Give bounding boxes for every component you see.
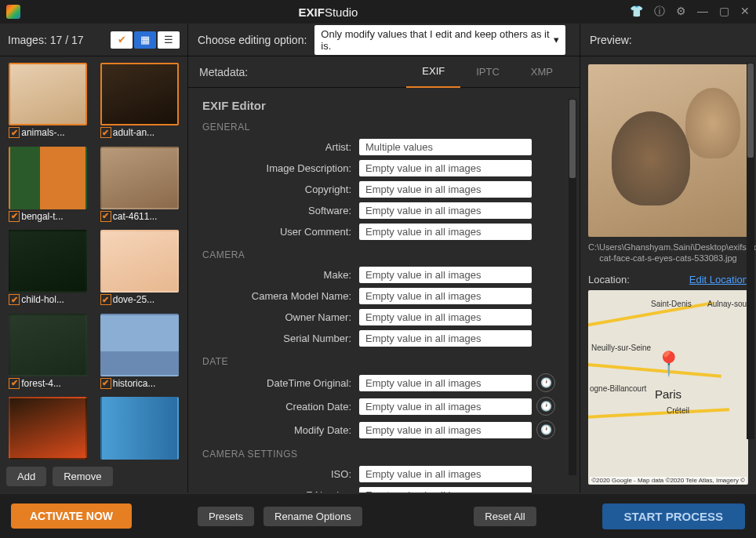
close-icon[interactable]: ✕ <box>740 5 750 19</box>
maximize-icon[interactable]: ▢ <box>719 5 729 19</box>
shirt-icon[interactable]: 👕 <box>630 5 643 19</box>
bottom-bar: ACTIVATE NOW Presets Rename Options Rese… <box>0 494 756 538</box>
field-input[interactable]: Empty value in all images <box>359 267 532 283</box>
thumbnail-scrollbar[interactable] <box>747 63 754 439</box>
location-map[interactable]: Saint-Denis Aulnay-sou Neuilly-sur-Seine… <box>588 290 748 485</box>
thumbnail-label: adult-an... <box>113 127 179 138</box>
activate-now-button[interactable]: ACTIVATE NOW <box>11 503 132 529</box>
thumbnail[interactable] <box>9 314 87 376</box>
app-logo-icon <box>6 5 20 19</box>
thumbnail-label: bengal-t... <box>21 211 87 222</box>
select-all-toggle[interactable]: ✔ <box>111 31 133 49</box>
thumbnail[interactable] <box>100 230 179 293</box>
map-attribution: ©2020 Google - Map data ©2020 Tele Atlas… <box>590 477 747 484</box>
clock-icon[interactable]: 🕐 <box>536 397 555 416</box>
thumbnail[interactable] <box>9 397 87 460</box>
field-label: F Number <box>202 489 359 493</box>
field-label: Modify Date: <box>202 424 359 436</box>
field-label: DateTime Original: <box>202 377 359 389</box>
thumbnail-label: forest-4... <box>21 378 87 389</box>
tab-xmp[interactable]: XMP <box>515 56 569 88</box>
list-view-button[interactable]: ☰ <box>158 31 180 49</box>
presets-button[interactable]: Presets <box>198 507 254 526</box>
preview-path: C:\Users\Ghanshyam.Saini\Desktop\exifstu… <box>588 242 748 264</box>
edit-option-dropdown[interactable]: Only modify values that I edit and keep … <box>314 25 565 55</box>
editor-panel: Metadata: EXIF IPTC XMP EXIF Editor GENE… <box>188 56 580 493</box>
thumbnail-checkbox[interactable]: ✔ <box>100 211 111 222</box>
app-title: EXIFStudio <box>27 5 630 19</box>
thumbnail-checkbox[interactable]: ✔ <box>9 294 20 305</box>
field-label: User Comment: <box>202 226 359 238</box>
field-label: Software: <box>202 205 359 216</box>
field-label: ISO: <box>202 468 359 480</box>
field-input[interactable]: Empty value in all images <box>359 288 532 304</box>
field-input[interactable]: Empty value in all images <box>359 330 532 347</box>
clock-icon[interactable]: 🕐 <box>536 420 555 439</box>
thumbnail[interactable] <box>9 63 87 125</box>
field-input[interactable]: Empty value in all images <box>359 181 532 198</box>
field-label: Make: <box>202 269 359 281</box>
field-input[interactable]: Empty value in all images <box>359 398 532 415</box>
thumbnail[interactable] <box>9 147 87 209</box>
start-process-button[interactable]: START PROCESS <box>602 503 745 529</box>
section-title: DATE <box>202 356 565 367</box>
thumbnail[interactable] <box>100 397 179 460</box>
field-label: Owner Namer: <box>202 311 359 323</box>
thumbnail-checkbox[interactable]: ✔ <box>9 378 20 389</box>
titlebar: EXIFStudio 👕 ⓘ ⚙ — ▢ ✕ <box>0 0 756 24</box>
field-label: Copyright: <box>202 184 359 195</box>
field-input[interactable]: Empty value in all images <box>359 309 532 325</box>
field-input[interactable]: Empty value in all images <box>359 202 532 219</box>
field-input[interactable]: Empty value in all images <box>359 422 532 438</box>
minimize-icon[interactable]: — <box>697 5 708 19</box>
tab-iptc[interactable]: IPTC <box>460 56 515 88</box>
thumbnail-label: dove-25... <box>113 294 179 305</box>
reset-all-button[interactable]: Reset All <box>474 507 536 526</box>
tab-exif[interactable]: EXIF <box>406 56 460 88</box>
gear-icon[interactable]: ⚙ <box>676 5 686 19</box>
thumbnail-checkbox[interactable]: ✔ <box>100 378 111 389</box>
preview-image <box>588 64 748 237</box>
map-city-label: Paris <box>655 387 681 401</box>
thumbnail-label: child-hol... <box>21 294 87 305</box>
field-input[interactable]: Empty value in all images <box>359 224 532 240</box>
field-input[interactable]: Empty value in all images <box>359 160 532 176</box>
field-label: Serial Number: <box>202 333 359 344</box>
thumbnail-label: animals-... <box>21 127 87 138</box>
section-title: CAMERA SETTINGS <box>202 449 565 460</box>
field-input[interactable]: Empty value in all images <box>359 487 532 493</box>
edit-option-value: Only modify values that I edit and keep … <box>321 28 554 52</box>
thumbnail[interactable] <box>100 147 179 209</box>
thumbnail-label: historica... <box>113 378 179 389</box>
field-label: Image Description: <box>202 162 359 174</box>
topbar: Images: 17 / 17 ✔ ▦ ☰ Choose editing opt… <box>0 24 756 56</box>
edit-option-label: Choose editing option: <box>198 34 307 46</box>
thumbnail[interactable] <box>100 63 179 125</box>
thumbnail[interactable] <box>100 314 179 376</box>
preview-label: Preview: <box>580 24 756 56</box>
edit-location-link[interactable]: Edit Location <box>689 274 748 285</box>
images-count: Images: 17 / 17 <box>8 34 111 46</box>
grid-view-button[interactable]: ▦ <box>134 31 156 49</box>
thumbnail-checkbox[interactable]: ✔ <box>9 127 20 138</box>
editor-scrollbar[interactable] <box>569 99 576 475</box>
thumbnail-checkbox[interactable]: ✔ <box>9 211 20 222</box>
field-input[interactable]: Empty value in all images <box>359 466 532 482</box>
chevron-down-icon: ▾ <box>554 34 559 45</box>
field-label: Artist: <box>202 141 359 153</box>
clock-icon[interactable]: 🕐 <box>536 373 555 392</box>
editor-title: EXIF Editor <box>202 99 565 112</box>
thumbnail-checkbox[interactable]: ✔ <box>100 294 111 305</box>
section-title: CAMERA <box>202 249 565 260</box>
thumbnail[interactable] <box>9 230 87 293</box>
remove-button[interactable]: Remove <box>53 467 112 486</box>
section-title: GENERAL <box>202 122 565 133</box>
location-label: Location: <box>588 274 630 285</box>
rename-options-button[interactable]: Rename Options <box>264 507 362 526</box>
thumbnail-panel: ✔animals-...✔adult-an...✔bengal-t...✔cat… <box>0 56 188 493</box>
field-input[interactable]: Multiple values <box>359 139 532 155</box>
field-input[interactable]: Empty value in all images <box>359 375 532 391</box>
thumbnail-checkbox[interactable]: ✔ <box>100 127 111 138</box>
info-icon[interactable]: ⓘ <box>654 5 665 19</box>
add-button[interactable]: Add <box>6 467 46 486</box>
